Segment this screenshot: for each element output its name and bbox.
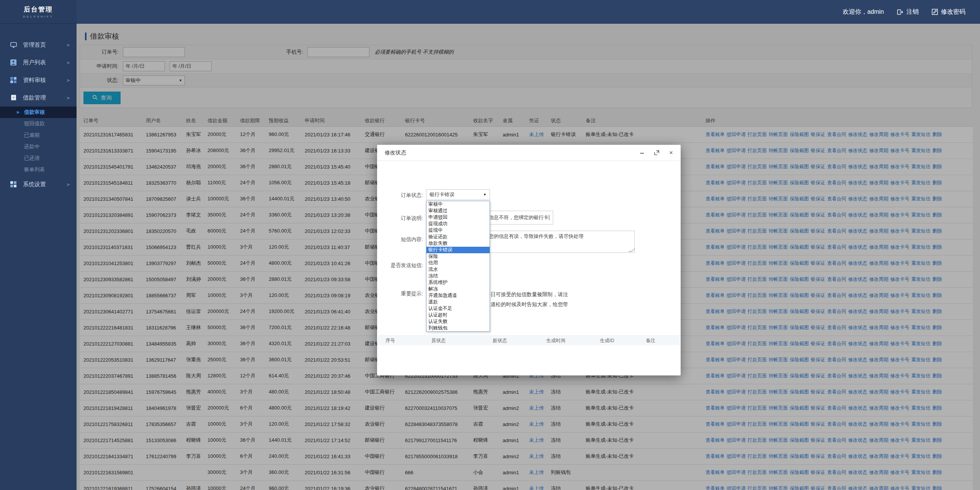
logout-label: 注销 [906, 8, 919, 16]
status-option[interactable]: 认证金不足 [426, 305, 490, 312]
text-caret [549, 215, 549, 220]
status-option[interactable]: 申请驳回 [426, 214, 490, 221]
chevron-right-icon: > [67, 42, 70, 48]
sidebar-item-settings[interactable]: 系统设置> [0, 175, 77, 193]
status-option[interactable]: 开通加急通道 [426, 292, 490, 299]
sidebar-subitem-label: 驳回借款 [24, 120, 45, 127]
close-icon[interactable]: × [668, 149, 675, 156]
dialog-titlebar: 修改状态 × [377, 145, 681, 161]
status-option[interactable]: 到账钱包 [426, 325, 490, 331]
sidebar-subitem-label: 账单列表 [24, 166, 45, 173]
topbar: 欢迎你，admin 注销 修改密码 [0, 0, 980, 24]
change-password-button[interactable]: 修改密码 [932, 8, 965, 16]
history-column-header: 备注 [646, 338, 655, 344]
important-notice-label: 重要提示: [377, 290, 423, 297]
send-sms-label: 是否发送短信: [377, 262, 423, 269]
wallet-icon: ¥ [10, 95, 17, 101]
status-option[interactable]: 系统维护 [426, 279, 490, 286]
chevron-down-icon: ▼ [483, 193, 487, 197]
logo-title: 后台管理 [24, 5, 53, 14]
sidebar-subitem-label: 已还清 [24, 155, 40, 162]
logout-button[interactable]: 注销 [897, 8, 919, 16]
status-option[interactable]: 验证还款 [426, 234, 490, 240]
sidebar-subitem[interactable]: 还款中 [0, 141, 77, 152]
history-column-header: 序号 [385, 338, 395, 344]
status-option[interactable]: 银行卡错误 [426, 247, 490, 253]
app-logo: 后台管理 DELPSHIFT [0, 0, 77, 24]
chevron-right-icon: > [67, 182, 70, 187]
status-option[interactable]: 审核通过 [426, 208, 490, 214]
status-history-header: 序号原状态新状态生成时间生成ID备注 [378, 335, 680, 345]
status-option[interactable]: 冻结 [426, 273, 490, 279]
sidebar-menu: 管理首页>用户列表>资料审核>¥借款管理>▶借款审核驳回借款已逾期还款中已还清账… [0, 36, 77, 193]
sidebar-subitem[interactable]: ▶借款审核 [0, 107, 77, 118]
minimize-icon[interactable] [639, 149, 645, 156]
grid-icon [10, 77, 17, 83]
sidebar-item-label: 系统设置 [23, 181, 67, 188]
maximize-icon[interactable] [653, 149, 660, 156]
history-column-header: 生成ID [600, 338, 614, 344]
sidebar-item-loan[interactable]: ¥借款管理> [0, 89, 77, 107]
sidebar-item-users[interactable]: 用户列表> [0, 54, 77, 71]
chevron-right-icon: > [67, 77, 70, 83]
order-desc-label: 订单说明: [377, 215, 423, 222]
status-option[interactable]: 退款 [426, 299, 490, 305]
status-option[interactable]: 审核中 [426, 201, 490, 208]
history-column-header: 新状态 [493, 338, 507, 344]
sidebar-subitem-label: 借款审核 [24, 109, 45, 116]
sidebar-subitem[interactable]: 已逾期 [0, 129, 77, 141]
change-password-label: 修改密码 [941, 8, 965, 16]
sidebar-item-label: 管理首页 [23, 41, 67, 49]
sidebar-item-home[interactable]: 管理首页> [0, 36, 77, 54]
history-column-header: 原状态 [431, 338, 446, 344]
grid2-icon [10, 181, 17, 187]
sidebar-subitem[interactable]: 已还清 [0, 152, 77, 164]
status-option[interactable]: 解冻 [426, 286, 490, 292]
monitor-icon [10, 42, 17, 48]
sidebar-item-label: 资料审核 [23, 77, 67, 84]
sms-content-label: 短信内容: [377, 236, 423, 243]
status-option[interactable]: 流水 [426, 266, 490, 273]
order-status-label: 订单状态: [377, 192, 423, 199]
sidebar-item-data-review[interactable]: 资料审核> [0, 71, 77, 89]
status-dropdown-list: 审核中审核通过申请驳回提现成功提现中验证还款放款失败银行卡错误保险信用流水冻结系… [426, 201, 490, 332]
dialog-title: 修改状态 [385, 149, 639, 156]
sidebar-subitem-label: 已逾期 [24, 132, 40, 139]
sidebar-item-label: 用户列表 [23, 59, 67, 66]
edit-icon [932, 9, 938, 15]
chevron-right-icon: > [67, 60, 70, 66]
sidebar-subitem[interactable]: 账单列表 [0, 164, 77, 175]
svg-text:¥: ¥ [12, 96, 15, 99]
modify-status-dialog: 修改状态 × 订单状态: 银行卡错误 ▼ 审核中审核通过申请驳回提现成功提现中验… [377, 145, 681, 375]
chevron-right-icon: > [67, 95, 70, 101]
history-column-header: 生成时间 [546, 338, 565, 344]
logout-icon [897, 9, 903, 15]
order-status-select[interactable]: 银行卡错误 ▼ [426, 189, 490, 200]
resize-handle-icon[interactable] [629, 248, 635, 252]
sidebar-subitem[interactable]: 驳回借款 [0, 118, 77, 129]
logo-subtitle: DELPSHIFT [23, 15, 54, 18]
status-option[interactable]: 保险 [426, 253, 490, 260]
sidebar-item-label: 借款管理 [23, 94, 67, 102]
welcome-text: 欢迎你，admin [843, 8, 884, 16]
status-option[interactable]: 认证失败 [426, 318, 490, 325]
user-icon [10, 59, 17, 66]
status-option[interactable]: 提现中 [426, 227, 490, 234]
status-option[interactable]: 放款失败 [426, 240, 490, 247]
status-option[interactable]: 提现成功 [426, 221, 490, 227]
sidebar-subitem-label: 还款中 [24, 143, 40, 150]
status-option[interactable]: 认证超时 [426, 312, 490, 318]
active-arrow-icon: ▶ [17, 110, 20, 114]
status-option[interactable]: 信用 [426, 260, 490, 266]
sidebar: 后台管理 DELPSHIFT 管理首页>用户列表>资料审核>¥借款管理>▶借款审… [0, 0, 77, 490]
